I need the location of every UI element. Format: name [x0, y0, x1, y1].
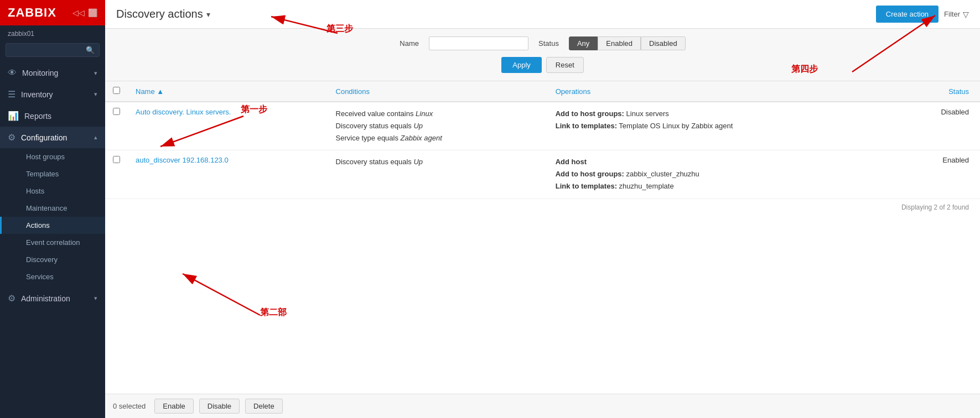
- row-conditions-cell: Discovery status equals Up: [328, 150, 548, 198]
- expand-icon[interactable]: ⬜: [88, 8, 97, 17]
- filter-icon: ▽: [963, 10, 969, 19]
- logo-bar: ZABBIX ◁◁ ⬜: [0, 0, 105, 25]
- sidebar-item-label: Monitoring: [22, 69, 58, 77]
- header-name[interactable]: Name ▲: [128, 81, 328, 102]
- actions-table: Name ▲ Conditions Operations Status: [105, 81, 980, 199]
- action-link[interactable]: Auto discovery. Linux servers.: [136, 108, 231, 116]
- action-link[interactable]: auto_discover 192.168.123.0: [136, 156, 229, 164]
- sidebar-item-label: Inventory: [21, 90, 53, 99]
- filter-status-label: Status: [538, 39, 559, 48]
- select-all-checkbox[interactable]: [113, 87, 120, 94]
- collapse-icon[interactable]: ◁◁: [72, 8, 85, 17]
- operations-text: Add to host groups: Linux servers Link t…: [556, 108, 888, 132]
- main-wrapper: 第一步 第二部 第三步 第四步 Discovery actions ▾ Crea…: [105, 0, 980, 418]
- sidebar-item-discovery[interactable]: Discovery: [0, 251, 105, 268]
- page-title: Discovery actions ▾: [116, 8, 210, 20]
- header-operations: Operations: [548, 81, 896, 102]
- row-conditions-cell: Received value contains Linux Discovery …: [328, 102, 548, 150]
- row-checkbox-cell: [105, 102, 128, 150]
- sidebar: ZABBIX ◁◁ ⬜ zabbix01 🔍 👁 Monitoring ▾ ☰ …: [0, 0, 105, 418]
- status-badge: Enabled: [942, 156, 969, 164]
- admin-icon: ⚙: [8, 293, 15, 304]
- title-dropdown-arrow[interactable]: ▾: [206, 10, 210, 19]
- sidebar-item-administration[interactable]: ⚙ Administration ▾: [0, 288, 105, 309]
- filter-actions: Apply Reset: [116, 57, 969, 73]
- sidebar-search-box[interactable]: 🔍: [6, 43, 100, 57]
- conditions-text: Received value contains Linux Discovery …: [336, 108, 540, 144]
- filter-toggle-button[interactable]: Filter ▽: [944, 10, 969, 19]
- chevron-down-icon: ▾: [94, 295, 97, 302]
- sidebar-item-maintenance[interactable]: Maintenance: [0, 200, 105, 217]
- configuration-icon: ⚙: [8, 132, 15, 143]
- logo-icons: ◁◁ ⬜: [72, 8, 97, 17]
- sidebar-item-host-groups[interactable]: Host groups: [0, 148, 105, 165]
- header-status: Status: [895, 81, 980, 102]
- filter-status-enabled[interactable]: Enabled: [598, 36, 641, 50]
- inventory-icon: ☰: [8, 89, 15, 100]
- reset-button[interactable]: Reset: [546, 57, 584, 73]
- sidebar-item-actions[interactable]: Actions: [0, 217, 105, 234]
- chevron-down-icon: ▾: [94, 91, 97, 98]
- header-check: [105, 81, 128, 102]
- sidebar-item-configuration[interactable]: ⚙ Configuration ▴: [0, 127, 105, 148]
- filter-bar: Name Status Any Enabled Disabled Apply R…: [105, 29, 980, 81]
- row-name-cell: auto_discover 192.168.123.0: [128, 150, 328, 198]
- table-header: Name ▲ Conditions Operations Status: [105, 81, 980, 102]
- selected-count: 0 selected: [113, 402, 146, 410]
- filter-row: Name Status Any Enabled Disabled: [116, 36, 969, 50]
- search-input[interactable]: [11, 46, 86, 54]
- main-content: Discovery actions ▾ Create action Filter…: [105, 0, 980, 418]
- topbar-right: Create action Filter ▽: [876, 6, 969, 23]
- reports-icon: 📊: [8, 111, 19, 121]
- row-name-cell: Auto discovery. Linux servers.: [128, 102, 328, 150]
- row-operations-cell: Add host Add to host groups: zabbix_clus…: [548, 150, 896, 198]
- footer-bar: 0 selected Enable Disable Delete: [105, 394, 980, 418]
- page-title-text: Discovery actions: [116, 8, 203, 20]
- row-checkbox[interactable]: [113, 156, 120, 163]
- delete-button[interactable]: Delete: [245, 399, 283, 414]
- filter-status-any[interactable]: Any: [569, 36, 598, 50]
- sidebar-item-event-correlation[interactable]: Event correlation: [0, 234, 105, 251]
- sidebar-item-services[interactable]: Services: [0, 268, 105, 285]
- filter-name-label: Name: [400, 39, 419, 48]
- operations-text: Add host Add to host groups: zabbix_clus…: [556, 156, 888, 192]
- row-checkbox-cell: [105, 150, 128, 198]
- filter-name-input[interactable]: [429, 36, 528, 50]
- sidebar-item-hosts[interactable]: Hosts: [0, 182, 105, 200]
- create-action-button[interactable]: Create action: [876, 6, 938, 23]
- table-row: Auto discovery. Linux servers. Received …: [105, 102, 980, 150]
- sidebar-item-inventory[interactable]: ☰ Inventory ▾: [0, 83, 105, 105]
- table-body: Auto discovery. Linux servers. Received …: [105, 102, 980, 198]
- conditions-text: Discovery status equals Up: [336, 156, 540, 168]
- sidebar-item-label: Configuration: [21, 133, 67, 142]
- display-count: Displaying 2 of 2 found: [105, 199, 980, 216]
- sidebar-item-reports[interactable]: 📊 Reports: [0, 105, 105, 127]
- logo-text: ZABBIX: [8, 6, 56, 20]
- disable-button[interactable]: Disable: [199, 399, 240, 414]
- table-area: Name ▲ Conditions Operations Status: [105, 81, 980, 394]
- row-status-cell: Enabled: [895, 150, 980, 198]
- enable-button[interactable]: Enable: [154, 399, 193, 414]
- row-status-cell: Disabled: [895, 102, 980, 150]
- filter-label: Filter: [944, 10, 960, 18]
- sidebar-item-monitoring[interactable]: 👁 Monitoring ▾: [0, 62, 105, 83]
- row-checkbox[interactable]: [113, 108, 120, 115]
- header-conditions: Conditions: [328, 81, 548, 102]
- chevron-down-icon: ▾: [94, 70, 97, 77]
- table-row: auto_discover 192.168.123.0 Discovery st…: [105, 150, 980, 198]
- filter-status-disabled[interactable]: Disabled: [641, 36, 686, 50]
- row-operations-cell: Add to host groups: Linux servers Link t…: [548, 102, 896, 150]
- search-icon: 🔍: [86, 46, 95, 54]
- filter-status-group: Any Enabled Disabled: [569, 36, 686, 50]
- username: zabbix01: [0, 25, 105, 41]
- status-badge: Disabled: [941, 108, 969, 116]
- sidebar-item-label: Reports: [24, 112, 51, 121]
- chevron-up-icon: ▴: [94, 134, 97, 141]
- apply-button[interactable]: Apply: [501, 57, 542, 73]
- monitoring-icon: 👁: [8, 68, 17, 78]
- sidebar-item-templates[interactable]: Templates: [0, 165, 105, 182]
- topbar: Discovery actions ▾ Create action Filter…: [105, 0, 980, 29]
- sidebar-item-label: Administration: [21, 294, 70, 303]
